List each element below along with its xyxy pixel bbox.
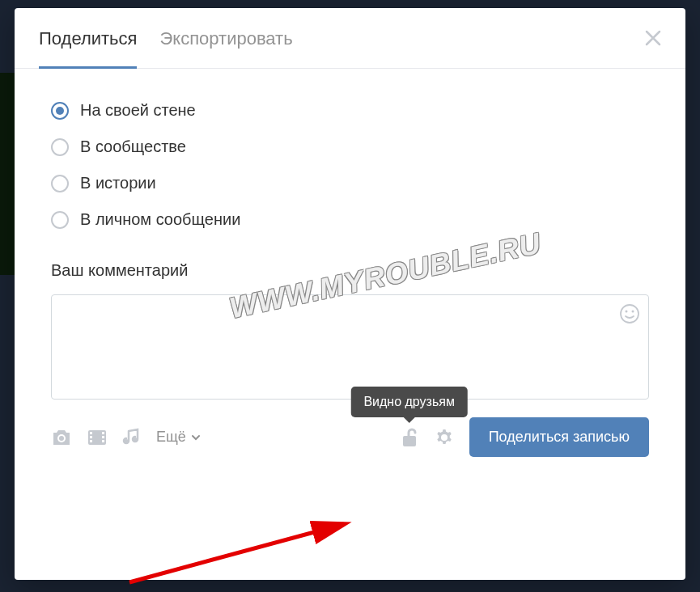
radio-label: В личном сообщении — [80, 210, 240, 229]
music-icon — [122, 428, 142, 447]
tab-export[interactable]: Экспортировать — [159, 8, 292, 69]
share-modal: Поделиться Экспортировать На своей стене… — [15, 8, 685, 580]
close-icon — [644, 29, 662, 47]
svg-point-15 — [441, 434, 448, 441]
comment-box — [51, 294, 649, 400]
camera-icon — [51, 428, 72, 447]
radio-circle-icon — [51, 211, 69, 229]
svg-point-2 — [632, 311, 634, 313]
radio-circle-icon — [51, 102, 69, 120]
share-target-radio-group: На своей стене В сообществе В истории В … — [51, 101, 649, 229]
radio-community[interactable]: В сообществе — [51, 137, 649, 156]
chevron-down-icon — [190, 432, 202, 443]
video-icon — [87, 428, 108, 447]
svg-point-4 — [59, 436, 64, 441]
settings-button[interactable] — [434, 427, 455, 448]
svg-point-13 — [133, 438, 138, 442]
svg-rect-6 — [90, 432, 92, 434]
emoji-button[interactable] — [619, 303, 640, 328]
attach-photo-button[interactable] — [51, 428, 72, 447]
svg-rect-10 — [102, 436, 104, 438]
radio-circle-icon — [51, 175, 69, 192]
svg-rect-7 — [90, 436, 92, 438]
share-submit-button[interactable]: Поделиться записью — [469, 417, 649, 457]
svg-rect-14 — [403, 436, 416, 446]
modal-header: Поделиться Экспортировать — [15, 8, 685, 69]
gear-icon — [434, 427, 455, 448]
radio-circle-icon — [51, 138, 69, 156]
tabs: Поделиться Экспортировать — [39, 8, 293, 68]
radio-label: В истории — [80, 174, 156, 192]
more-attachments-button[interactable]: Ещё — [156, 429, 202, 446]
radio-label: В сообществе — [80, 137, 186, 156]
attach-audio-button[interactable] — [122, 428, 142, 447]
tab-share[interactable]: Поделиться — [39, 8, 137, 69]
svg-point-1 — [626, 311, 628, 313]
close-button[interactable] — [641, 26, 665, 50]
emoji-icon — [619, 303, 640, 324]
attach-video-button[interactable] — [87, 428, 108, 447]
svg-point-0 — [621, 305, 638, 323]
radio-story[interactable]: В истории — [51, 174, 649, 192]
radio-own-wall[interactable]: На своей стене — [51, 101, 649, 120]
svg-rect-11 — [102, 440, 104, 442]
modal-footer: Ещё Видно друзьям Поделиться записью — [51, 417, 649, 457]
more-label: Ещё — [156, 429, 186, 446]
radio-label: На своей стене — [80, 101, 196, 120]
comment-label: Ваш комментарий — [51, 261, 649, 280]
radio-private-message[interactable]: В личном сообщении — [51, 210, 649, 229]
svg-rect-8 — [90, 440, 92, 442]
privacy-tooltip: Видно друзьям — [350, 387, 468, 417]
modal-body: На своей стене В сообществе В истории В … — [15, 69, 685, 580]
svg-rect-9 — [102, 432, 104, 434]
privacy-button[interactable] — [400, 427, 419, 448]
svg-point-12 — [124, 439, 129, 444]
comment-textarea[interactable] — [52, 295, 648, 399]
lock-open-icon — [400, 427, 419, 448]
